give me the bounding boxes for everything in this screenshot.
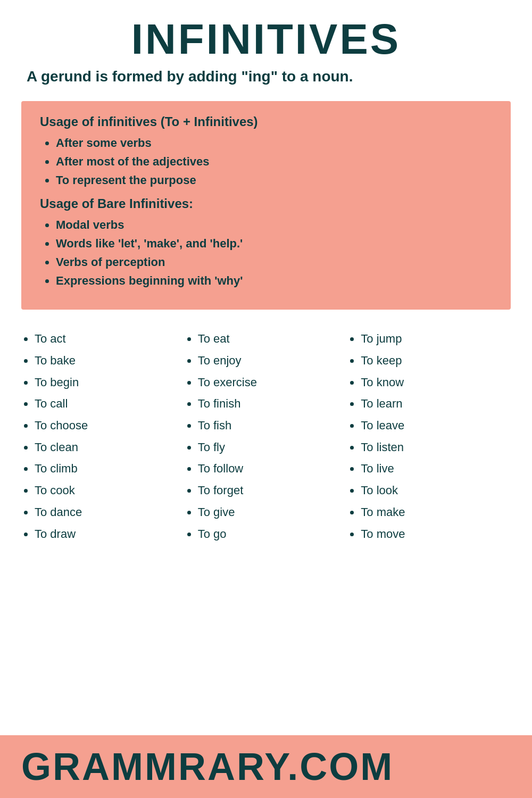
list-item: To cook bbox=[35, 480, 185, 502]
header-section: INFINITIVES A gerund is formed by adding… bbox=[0, 0, 532, 90]
bare-infinitives-list: Modal verbs Words like 'let', 'make', an… bbox=[40, 215, 492, 290]
list-item: To jump bbox=[361, 328, 511, 350]
columns-grid: To act To bake To begin To call To choos… bbox=[21, 328, 511, 545]
list-item: To bake bbox=[35, 350, 185, 372]
list-item: To keep bbox=[361, 350, 511, 372]
list-item: To call bbox=[35, 393, 185, 415]
word-column-3: To jump To keep To know To learn To leav… bbox=[347, 328, 511, 545]
list-item: To dance bbox=[35, 502, 185, 523]
list-item: To follow bbox=[198, 458, 348, 480]
bare-infinitives-item-4: Expressions beginning with 'why' bbox=[56, 271, 492, 290]
list-item: To give bbox=[198, 502, 348, 523]
footer-brand: GRAMMRARY.COM bbox=[0, 735, 532, 798]
list-item: To make bbox=[361, 502, 511, 523]
to-infinitives-item-3: To represent the purpose bbox=[56, 171, 492, 189]
list-item: To exercise bbox=[198, 372, 348, 394]
page-wrapper: INFINITIVES A gerund is formed by adding… bbox=[0, 0, 532, 798]
to-infinitives-item-1: After some verbs bbox=[56, 134, 492, 152]
to-infinitives-item-2: After most of the adjectives bbox=[56, 152, 492, 171]
list-item: To live bbox=[361, 458, 511, 480]
word-columns-section: To act To bake To begin To call To choos… bbox=[0, 320, 532, 735]
list-item: To know bbox=[361, 372, 511, 394]
usage-box: Usage of infinitives (To + Infinitives) … bbox=[21, 101, 511, 310]
to-infinitives-heading: Usage of infinitives (To + Infinitives) bbox=[40, 114, 492, 129]
list-item: To listen bbox=[361, 437, 511, 459]
page-title: INFINITIVES bbox=[21, 16, 511, 63]
list-item: To look bbox=[361, 480, 511, 502]
word-column-1: To act To bake To begin To call To choos… bbox=[21, 328, 185, 545]
list-item: To leave bbox=[361, 415, 511, 437]
subtitle: A gerund is formed by adding "ing" to a … bbox=[21, 68, 511, 85]
list-item: To fish bbox=[198, 415, 348, 437]
bare-infinitives-item-1: Modal verbs bbox=[56, 215, 492, 234]
list-item: To move bbox=[361, 523, 511, 545]
list-item: To fly bbox=[198, 437, 348, 459]
list-item: To clean bbox=[35, 437, 185, 459]
list-item: To climb bbox=[35, 458, 185, 480]
list-item: To finish bbox=[198, 393, 348, 415]
to-infinitives-list: After some verbs After most of the adjec… bbox=[40, 134, 492, 190]
list-item: To learn bbox=[361, 393, 511, 415]
bare-infinitives-heading: Usage of Bare Infinitives: bbox=[40, 196, 492, 211]
list-item: To choose bbox=[35, 415, 185, 437]
bare-infinitives-item-3: Verbs of perception bbox=[56, 253, 492, 271]
list-item: To eat bbox=[198, 328, 348, 350]
list-item: To act bbox=[35, 328, 185, 350]
word-column-2: To eat To enjoy To exercise To finish To… bbox=[185, 328, 348, 545]
list-item: To enjoy bbox=[198, 350, 348, 372]
bare-infinitives-item-2: Words like 'let', 'make', and 'help.' bbox=[56, 234, 492, 253]
brand-text: GRAMMRARY.COM bbox=[21, 745, 511, 788]
list-item: To begin bbox=[35, 372, 185, 394]
list-item: To draw bbox=[35, 523, 185, 545]
list-item: To go bbox=[198, 523, 348, 545]
list-item: To forget bbox=[198, 480, 348, 502]
